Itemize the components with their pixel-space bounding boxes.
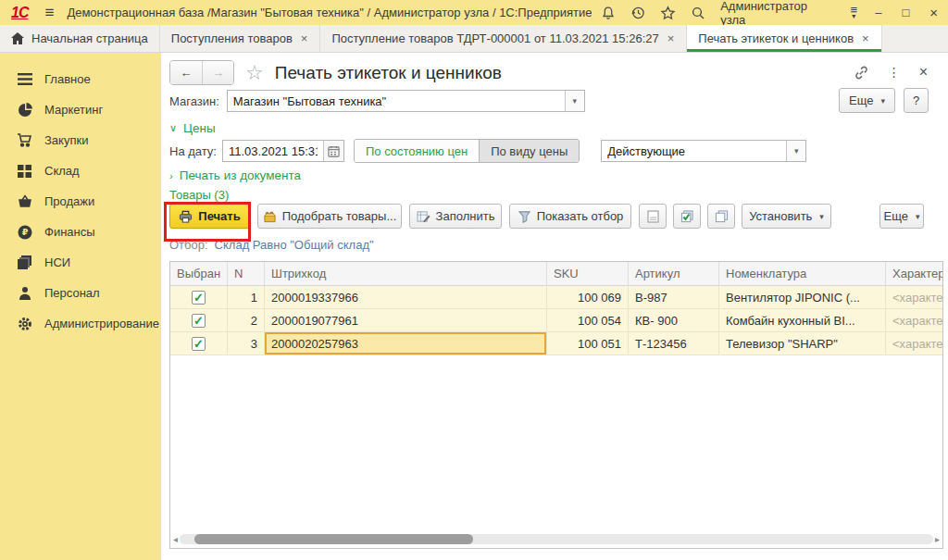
search-icon[interactable] xyxy=(691,6,705,20)
toggle-by-price-state[interactable]: По состоянию цен xyxy=(355,140,479,162)
dropdown-icon: ▾ xyxy=(880,96,885,106)
row-checkbox[interactable]: ✓ xyxy=(192,291,206,305)
get-link-icon[interactable] xyxy=(854,65,869,81)
form-more-button[interactable]: Еще▾ xyxy=(839,88,895,113)
favorite-star-icon[interactable]: ☆ xyxy=(245,63,264,83)
cell-sku[interactable]: 100 069 xyxy=(547,286,629,309)
store-combo[interactable]: ▾ xyxy=(227,90,585,112)
price-kind-dropdown-icon[interactable]: ▾ xyxy=(786,141,805,161)
cell-article[interactable]: Т-123456 xyxy=(629,332,719,355)
back-button[interactable]: ← xyxy=(170,61,202,84)
date-label: На дату: xyxy=(169,144,222,158)
cell-article[interactable]: КВ- 900 xyxy=(629,309,719,332)
cell-characteristic[interactable]: <характеристика> xyxy=(886,286,942,309)
cell-barcode-selected[interactable]: 2000020257963 xyxy=(265,332,547,355)
toggle-by-price-kind[interactable]: По виду цены xyxy=(479,140,579,162)
sidebar-item-purchases[interactable]: Закупки xyxy=(0,125,161,156)
scrollbar-thumb[interactable] xyxy=(194,534,473,544)
sidebar-item-marketing[interactable]: Маркетинг xyxy=(0,94,161,125)
column-header[interactable]: SKU xyxy=(547,262,629,286)
document-icon xyxy=(647,210,659,223)
current-user[interactable]: Администратор узла xyxy=(720,0,835,27)
notifications-icon[interactable] xyxy=(601,6,616,20)
cell-characteristic[interactable]: <характеристика> xyxy=(886,309,942,332)
date-field[interactable] xyxy=(222,140,344,162)
cell-n[interactable]: 3 xyxy=(228,332,265,355)
table-row[interactable]: ✓ 1 2000019337966 100 069 В-987 Вентилят… xyxy=(170,286,942,309)
check-icon: ✓ xyxy=(193,338,204,350)
close-window-button[interactable]: × xyxy=(927,5,941,20)
tab-print-labels[interactable]: Печать этикеток и ценников × xyxy=(687,25,881,52)
check-icon: ✓ xyxy=(193,292,204,304)
scroll-left-icon[interactable]: ◂ xyxy=(173,534,178,544)
print-button[interactable]: Печать xyxy=(169,204,250,229)
store-input[interactable] xyxy=(228,91,565,111)
main-menu-icon[interactable]: ≡ xyxy=(41,4,57,22)
sidebar-item-nsi[interactable]: НСИ xyxy=(0,247,161,278)
minimize-button[interactable]: – xyxy=(872,6,884,19)
cell-n[interactable]: 2 xyxy=(228,309,265,332)
close-form-icon[interactable]: × xyxy=(919,64,928,81)
cell-barcode[interactable]: 2000019077961 xyxy=(265,309,547,332)
more-menu-icon[interactable]: ⋮ xyxy=(888,65,901,80)
fill-button[interactable]: Заполнить xyxy=(409,204,502,229)
cell-sku[interactable]: 100 054 xyxy=(547,309,629,332)
row-checkbox[interactable]: ✓ xyxy=(192,337,206,351)
table-row[interactable]: ✓ 3 2000020257963 100 051 Т-123456 Телев… xyxy=(170,332,942,355)
sidebar-item-sales[interactable]: Продажи xyxy=(0,186,161,217)
sidebar-item-finance[interactable]: ₽ Финансы xyxy=(0,217,161,247)
section-prices[interactable]: ∨ Цены xyxy=(169,121,216,135)
column-header[interactable]: Штрихкод xyxy=(265,262,547,286)
row-checkbox[interactable]: ✓ xyxy=(192,314,206,328)
sidebar-item-personnel[interactable]: Персонал xyxy=(0,278,161,308)
tab-goods-receipt-document[interactable]: Поступление товаров ТДРТ-000001 от 11.03… xyxy=(320,25,687,52)
scroll-right-icon[interactable]: ▸ xyxy=(935,534,940,544)
date-input[interactable] xyxy=(223,141,323,161)
tab-goods-receipts-list[interactable]: Поступления товаров × xyxy=(160,25,321,52)
toolbar-more-button[interactable]: Еще▾ xyxy=(879,204,924,229)
check-all-icon-button[interactable] xyxy=(673,204,701,229)
column-header[interactable]: Характеристика xyxy=(886,262,942,286)
uncheck-all-icon-button[interactable] xyxy=(707,204,735,229)
gear-icon xyxy=(17,317,32,331)
cell-article[interactable]: В-987 xyxy=(629,286,719,309)
price-kind-combo[interactable]: ▾ xyxy=(601,140,806,162)
horizontal-scrollbar[interactable]: ◂ ▸ xyxy=(171,531,942,547)
forward-button[interactable]: → xyxy=(202,61,233,84)
column-header[interactable]: Выбран xyxy=(170,262,228,286)
column-header[interactable]: Номенклатура xyxy=(719,262,886,286)
store-dropdown-icon[interactable]: ▾ xyxy=(565,91,584,111)
tab-close-icon[interactable]: × xyxy=(667,31,676,45)
cell-characteristic[interactable]: <характеристика> xyxy=(886,332,942,355)
column-header[interactable]: N xyxy=(228,262,265,286)
cell-barcode[interactable]: 2000019337966 xyxy=(265,286,547,309)
maximize-button[interactable]: □ xyxy=(899,6,912,19)
pick-goods-button[interactable]: Подобрать товары... xyxy=(257,204,402,229)
scrollbar-track[interactable] xyxy=(180,534,933,544)
cell-nomenclature[interactable]: Комбайн кухонный BI... xyxy=(719,309,886,332)
sidebar-item-administration[interactable]: Администрирование xyxy=(0,308,161,339)
cell-nomenclature[interactable]: Вентилятор JIPONIC (... xyxy=(719,286,886,309)
table-row[interactable]: ✓ 2 2000019077961 100 054 КВ- 900 Комбай… xyxy=(170,309,942,332)
sidebar-item-label: Продажи xyxy=(44,194,94,208)
section-print-from-document[interactable]: › Печать из документа xyxy=(169,168,301,182)
document-list-icon-button[interactable] xyxy=(639,204,667,229)
tab-close-icon[interactable]: × xyxy=(300,31,309,45)
filter-value[interactable]: Склад Равно "Общий склад" xyxy=(215,238,374,252)
service-menu-icon[interactable]: ≡▾ xyxy=(851,6,858,19)
history-icon[interactable] xyxy=(630,6,645,20)
show-filter-button[interactable]: Показать отбор xyxy=(509,204,631,229)
column-header[interactable]: Артикул xyxy=(629,262,719,286)
cell-n[interactable]: 1 xyxy=(228,286,265,309)
calendar-icon[interactable] xyxy=(323,141,343,161)
tab-home[interactable]: Начальная страница xyxy=(0,25,160,52)
price-kind-input[interactable] xyxy=(602,141,786,161)
sidebar-item-main[interactable]: Главное xyxy=(0,64,161,94)
help-button[interactable]: ? xyxy=(904,88,929,113)
tab-close-icon[interactable]: × xyxy=(861,31,870,45)
favorites-icon[interactable] xyxy=(660,6,676,20)
set-button[interactable]: Установить▾ xyxy=(742,204,831,229)
sidebar-item-warehouse[interactable]: Склад xyxy=(0,156,161,186)
cell-sku[interactable]: 100 051 xyxy=(547,332,629,355)
cell-nomenclature[interactable]: Телевизор "SHARP" xyxy=(719,332,886,355)
